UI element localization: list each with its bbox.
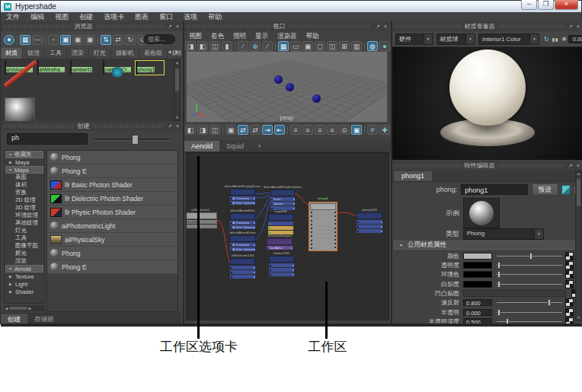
scroll-down-icon[interactable]: ▼ <box>175 115 179 120</box>
menu-item[interactable]: 文件 <box>1 12 25 21</box>
shape-dropdown[interactable]: 材质球 ▼ <box>437 33 475 45</box>
viewport-toolbar-icon[interactable]: ◻ <box>315 41 325 51</box>
graph-node[interactable]: defaultArnoldFilterAi TranslatorAi User … <box>230 213 255 229</box>
texture-map-button[interactable] <box>565 308 574 317</box>
material-viewer-titlebar[interactable]: 材质查看器 ↗ × <box>392 21 582 31</box>
node-editor-toolbar-icon[interactable]: # <box>367 125 378 135</box>
graph-node-header[interactable] <box>267 238 293 245</box>
menu-item[interactable]: 编辑 <box>25 12 50 21</box>
texture-map-button[interactable] <box>565 270 574 279</box>
slider-handle[interactable] <box>529 253 532 260</box>
create-node-item[interactable]: llr Basic Photon Shader <box>47 178 177 192</box>
create-category[interactable]: ▼ Arnold <box>5 265 43 272</box>
viewport-toolbar-icon[interactable]: ▣ <box>302 41 313 51</box>
viewport-toolbar-icon[interactable]: ⊕ <box>250 41 261 51</box>
graph-node-port-row[interactable] <box>310 227 336 230</box>
browser-toolbar-icon[interactable]: ▣ <box>85 35 95 45</box>
create-category[interactable]: 辉光 <box>5 250 44 257</box>
create-category[interactable]: 2D 纹理 <box>5 196 44 204</box>
expand-arrow-icon[interactable]: ▼ <box>8 167 13 172</box>
graph-node-port-row[interactable]: Ai Translator <box>230 196 255 200</box>
viewport-toolbar-icon[interactable]: ● <box>379 41 390 51</box>
browser-toolbar-icon[interactable] <box>98 36 98 44</box>
browser-toolbar-icon[interactable]: ▦ <box>20 35 30 45</box>
attribute-slider[interactable] <box>497 262 562 269</box>
browser-toolbar-icon[interactable]: ⇅ <box>101 35 111 45</box>
renderer-dropdown[interactable]: 硬件 ▼ <box>395 33 433 45</box>
browser-toolbar-icon[interactable]: ⇄ <box>113 35 123 45</box>
expand-arrow-icon[interactable]: ▶ <box>9 289 14 294</box>
material-swatch[interactable]: aiVolume... <box>5 61 33 75</box>
browser-toolbar-icon[interactable] <box>17 36 18 44</box>
sphere-object[interactable] <box>312 94 321 103</box>
node-editor-toolbar-icon[interactable] <box>364 126 365 134</box>
workspace-tab[interactable]: Aenold <box>184 141 219 151</box>
graph-node[interactable]: phong1 <box>309 202 337 251</box>
browser-tab[interactable]: 工具 <box>45 48 67 59</box>
float-panel-icon[interactable]: ↗ <box>166 121 174 131</box>
material-swatch[interactable]: phong1 <box>136 61 164 75</box>
node-editor-toolbar-icon[interactable]: ◨ <box>197 125 208 135</box>
viewport-toolbar-icon[interactable] <box>235 42 235 50</box>
common-attributes-section-header[interactable]: ▼ 公用材质属性 <box>394 241 577 250</box>
material-thumbnail[interactable] <box>5 60 6 75</box>
viewport-toolbar-icon[interactable]: ⊞ <box>339 41 350 51</box>
create-category[interactable]: ▶ Shader <box>5 288 44 295</box>
slider-handle[interactable] <box>497 271 500 278</box>
float-panel-icon[interactable]: ↗ <box>567 21 574 31</box>
viewport-toolbar-icon[interactable] <box>364 42 365 50</box>
node-editor-toolbar-icon[interactable]: ≡ <box>327 125 337 135</box>
material-preview-render[interactable] <box>392 46 582 160</box>
viewport-toolbar-icon[interactable]: ◨ <box>185 41 196 51</box>
create-node-item[interactable]: llr Physic Photon Shader <box>47 206 177 219</box>
graph-node-port-row[interactable] <box>310 246 336 249</box>
float-panel-icon[interactable]: ↗ <box>166 21 174 31</box>
viewport-menu-item[interactable]: 着色 <box>206 31 229 40</box>
graph-node-port-row[interactable] <box>186 225 217 228</box>
graph-node-port-row[interactable]: Ai User Options <box>230 247 255 251</box>
create-category[interactable]: 环境纹理 <box>5 212 44 219</box>
type-dropdown[interactable]: Phong ▼ <box>463 228 544 240</box>
material-thumbnail[interactable] <box>103 60 104 75</box>
node-editor-toolbar-icon[interactable]: ◧ <box>185 125 196 135</box>
expand-arrow-icon[interactable]: ▼ <box>8 152 13 157</box>
browser-toolbar-icon[interactable] <box>45 36 46 44</box>
graph-node-port-row[interactable] <box>310 238 336 241</box>
create-bottom-tab[interactable]: 存储箱 <box>27 314 61 324</box>
graph-node-header[interactable] <box>310 203 336 210</box>
material-thumbnail[interactable] <box>37 60 39 75</box>
graph-node-port-row[interactable] <box>310 218 336 221</box>
environment-settings-icon[interactable]: ❄ <box>561 36 567 43</box>
property-editor-titlebar[interactable]: 特性编辑器 ↗ × <box>392 161 582 171</box>
graph-node-port-row[interactable]: Options <box>270 202 295 206</box>
create-category[interactable]: 置换 <box>5 189 44 196</box>
graph-node-port-row[interactable] <box>269 272 294 276</box>
slider-handle[interactable] <box>497 309 500 316</box>
node-editor-toolbar-icon[interactable]: ≡ <box>290 125 301 135</box>
node-editor-toolbar-icon[interactable]: ▣ <box>225 125 236 135</box>
create-category[interactable]: 3D 纹理 <box>5 204 44 212</box>
graph-node-port-row[interactable] <box>310 231 336 234</box>
viewport-toolbar-icon[interactable]: ◫ <box>209 41 220 51</box>
node-editor-toolbar-icon[interactable]: ≡ <box>315 125 325 135</box>
graph-node[interactable]: defaultArnoldRenderOptionsDriverOptions <box>270 190 295 210</box>
viewport-toolbar-icon[interactable]: ◫ <box>327 41 337 51</box>
node-editor-toolbar-icon[interactable]: ⇄ <box>250 125 261 135</box>
material-swatch[interactable]: lambert1 <box>70 61 98 75</box>
viewport-toolbar-icon[interactable]: ▭ <box>290 41 301 51</box>
scroll-up-icon[interactable]: ▲ <box>175 60 179 65</box>
perspective-viewport[interactable]: persp <box>186 51 388 123</box>
scroll-left-icon[interactable]: ◀ <box>4 306 9 311</box>
graph-node-header[interactable] <box>230 213 255 220</box>
node-editor-toolbar-icon[interactable]: ⇄ <box>238 125 248 135</box>
graph-node-header[interactable] <box>230 258 255 265</box>
slider-handle[interactable] <box>497 281 500 288</box>
viewport-menu-item[interactable]: 显示 <box>251 31 273 40</box>
graph-node-port-row[interactable] <box>230 275 255 279</box>
viewport-toolbar-icon[interactable]: ∕ <box>262 41 273 51</box>
graph-node-port-row[interactable] <box>310 211 336 214</box>
viewport-toolbar-icon[interactable]: ◍ <box>367 41 378 51</box>
close-panel-icon[interactable]: × <box>174 121 181 131</box>
node-graph-workspace[interactable]: aiWireframe1Out ColordefaultArnoldDispla… <box>186 152 389 320</box>
graph-node-port-row[interactable] <box>230 266 255 269</box>
